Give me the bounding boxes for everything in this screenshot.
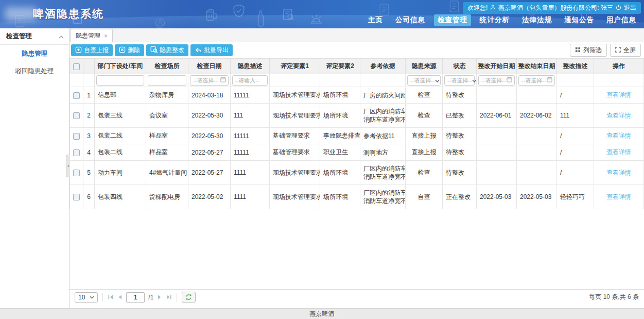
top-nav-item[interactable]: 用户信息 (603, 14, 640, 26)
table-row: 4包装二线样品室2022-05-2711111基础管理要求职业卫生测啊地方直接上… (70, 144, 644, 161)
welcome-bar: 欢迎您! 燕京啤酒（包头雪鹿）股份有限公司: 张三 退出 (463, 2, 641, 14)
row-checkbox[interactable] (73, 112, 80, 119)
cell-cb (70, 185, 83, 209)
toolbar-button-label: 全屏 (623, 46, 636, 55)
view-details-link[interactable]: 查看详情 (606, 193, 631, 200)
col-header-cb (70, 59, 83, 74)
row-checkbox[interactable] (73, 133, 80, 140)
cell-date: 2024-03-18 (188, 87, 231, 104)
filter-input-place[interactable] (148, 75, 186, 86)
cell-desc: 111 (231, 104, 270, 128)
sidebar-item[interactable]: 驳回隐患处理 (0, 62, 69, 80)
top-nav-item[interactable]: 检查管理 (434, 14, 471, 26)
ring-icon (154, 18, 166, 28)
row-checkbox[interactable] (73, 149, 80, 156)
logout-link[interactable]: 退出 (624, 4, 636, 12)
cell-factor2: 职业卫生 (320, 144, 360, 161)
reference-line: 参考依据11 (363, 132, 402, 140)
filter-placeholder: --请选择-- (521, 77, 546, 85)
cell-start (477, 128, 517, 144)
view-details-link[interactable]: 查看详情 (606, 112, 631, 119)
top-nav-item[interactable]: 统计分析 (476, 14, 513, 26)
tab-close-icon[interactable]: × (104, 33, 108, 39)
refresh-button[interactable] (182, 292, 196, 303)
view-details-link[interactable]: 查看详情 (606, 91, 631, 98)
x-box-icon (119, 46, 126, 55)
cell-idx: 4 (83, 144, 95, 161)
col-header-desc: 隐患描述 (231, 59, 270, 74)
cell-factor1: 现场技术管理要求 (270, 87, 320, 104)
cell-factor2: 场所环境 (320, 185, 360, 209)
filter-select-source[interactable]: --请选择-- (407, 75, 441, 86)
pagination-bar: 10 /1 每页 10 条,共 6 条 (69, 289, 644, 305)
reference-line: 厂区内的消防车... (363, 107, 402, 115)
filter-date-end[interactable]: --请选择-- (518, 75, 555, 86)
page-last-icon[interactable] (166, 294, 172, 300)
page-number-input[interactable] (126, 292, 145, 303)
view-details-link[interactable]: 查看详情 (606, 148, 631, 156)
toolbar: 自查上报删除隐患整改批量导出 列筛选全屏 (69, 42, 644, 58)
toolbar-button-label: 批量导出 (204, 46, 229, 55)
tab-hidden-danger[interactable]: 隐患管理 × (71, 29, 113, 42)
filter-date-date[interactable]: --请选择-- (190, 75, 229, 86)
toolbar-button[interactable]: 隐患整改 (146, 44, 188, 56)
page-size-select[interactable]: 10 (75, 292, 98, 303)
sidebar-item[interactable]: 隐患管理 (0, 45, 69, 62)
company-user-label: 燕京啤酒（包头雪鹿）股份有限公司: 张三 (498, 4, 613, 12)
tab-label: 隐患管理 (76, 31, 100, 40)
toolbar-right: 列筛选全屏 (570, 44, 641, 57)
app-title: 啤酒隐患系统 (33, 7, 104, 21)
cell-fix: / (557, 144, 594, 161)
sidebar-group-header[interactable]: 检查管理 (0, 28, 69, 45)
select-all-checkbox[interactable] (73, 63, 80, 70)
fullscreen-icon (615, 47, 621, 54)
tab-bar: 隐患管理 × (69, 28, 644, 42)
top-nav-item[interactable]: 主页 (364, 14, 387, 26)
page-first-icon[interactable] (108, 294, 114, 300)
cell-source: 直接上报 (406, 128, 443, 144)
view-details-link[interactable]: 查看详情 (606, 169, 631, 176)
page-next-icon[interactable] (157, 294, 162, 300)
cell-action: 查看详情 (594, 104, 644, 128)
cell-dept: 包装二线 (95, 144, 146, 161)
footer-text: 燕京啤酒 (310, 310, 335, 318)
filter-input-desc[interactable] (232, 75, 268, 86)
cell-dept: 包装三线 (95, 104, 146, 128)
row-checkbox[interactable] (73, 92, 80, 99)
toolbar-button[interactable]: 批量导出 (190, 44, 233, 56)
toolbar-button[interactable]: 列筛选 (570, 44, 607, 57)
cell-end (517, 144, 557, 161)
page-prev-icon[interactable] (117, 294, 123, 300)
cell-place: 样品室 (146, 144, 188, 161)
data-grid-wrap: 部门下设处/车间检查场所检查日期隐患描述评定要素1评定要素2参考依据隐患来源状态… (69, 58, 644, 289)
table-filter-row: --请选择----请选择----请选择----请选择----请选择-- (70, 74, 644, 87)
toolbar-button[interactable]: 自查上报 (71, 44, 113, 56)
cell-cb (70, 87, 83, 104)
filter-input-dept[interactable] (96, 75, 144, 86)
toolbar-button[interactable]: 删除 (115, 44, 144, 56)
cell-desc: 11111 (231, 144, 270, 161)
top-nav-item[interactable]: 公司信息 (392, 14, 429, 26)
cell-dept: 信息部 (95, 87, 146, 104)
reference-line: 消防车道净宽不... (363, 173, 402, 181)
redacted-logo (5, 7, 37, 21)
cell-ref: 测啊地方 (360, 144, 406, 161)
filter-cell-place (146, 74, 188, 87)
toolbar-button[interactable]: 全屏 (610, 44, 641, 57)
view-details-link[interactable]: 查看详情 (606, 132, 631, 139)
filter-select-status[interactable]: --请选择-- (444, 75, 475, 86)
main-panel: 隐患管理 × 自查上报删除隐患整改批量导出 列筛选全屏 部门下设处/车间检查场所… (69, 28, 644, 308)
cell-source: 检查 (406, 87, 443, 104)
alarm-icon (310, 13, 323, 27)
top-nav-item[interactable]: 法律法规 (518, 14, 555, 26)
filter-cell-date: --请选择-- (188, 74, 231, 87)
cell-cb (70, 144, 83, 161)
filter-date-start[interactable]: --请选择-- (478, 75, 515, 86)
app-root: 啤酒隐患系统 欢迎您! 燕京啤酒（包头雪鹿）股份有限公司: 张三 退出 主页公司… (0, 0, 644, 319)
top-nav-item[interactable]: 通知公告 (561, 14, 598, 26)
row-checkbox[interactable] (73, 194, 80, 200)
row-checkbox[interactable] (73, 170, 80, 176)
sidebar-collapse-handle[interactable]: ◂ (66, 155, 70, 177)
bottle-icon (257, 10, 264, 28)
cell-status: 待整改 (443, 87, 477, 104)
